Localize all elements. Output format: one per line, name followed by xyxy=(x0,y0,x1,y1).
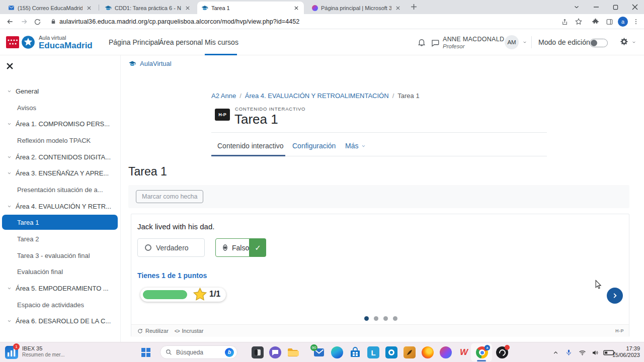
sidebar-item-avisos[interactable]: Avisos xyxy=(0,101,121,114)
forward-button[interactable] xyxy=(19,17,29,27)
extensions-puzzle-icon[interactable] xyxy=(590,17,600,27)
sidebar-section-area5[interactable]: Área 5. EMPODERAMIENTO ... xyxy=(0,282,121,295)
back-button[interactable] xyxy=(5,17,15,27)
next-slide-button[interactable] xyxy=(607,288,623,304)
taskbar-search[interactable]: Búsqueda b xyxy=(160,345,237,359)
sidebar-item-label: Tarea 3 - evaluación final xyxy=(17,252,90,259)
option-label: Verdadero xyxy=(156,244,189,252)
active-app-indicator xyxy=(477,360,486,361)
widget-title[interactable]: IBEX 35 xyxy=(22,345,42,351)
wps-office-icon[interactable]: W xyxy=(458,346,470,358)
microphone-icon[interactable] xyxy=(562,342,575,362)
address-bar[interactable]: aulavirtual36.educa.madrid.org/cp.parque… xyxy=(59,18,299,25)
reuse-icon xyxy=(137,328,143,334)
browser-tab-course[interactable]: CDD1: Tarea práctica 6 - Nivel A xyxy=(101,2,195,14)
tab-close-icon[interactable] xyxy=(184,5,191,12)
edge-icon[interactable] xyxy=(331,346,343,358)
sidebar-item-tarea1-active[interactable]: Tarea 1 xyxy=(2,215,118,230)
sidebar-section-general[interactable]: General xyxy=(0,84,121,98)
course-home-link[interactable]: AulaVirtual xyxy=(128,60,172,67)
embed-button[interactable]: <>Incrustar xyxy=(175,328,203,334)
tab-mas-label: Más xyxy=(345,142,358,150)
messages-chat-icon[interactable] xyxy=(431,38,440,47)
window-minimize-button[interactable] xyxy=(587,0,605,14)
mark-done-button[interactable]: Marcar como hecha xyxy=(136,190,203,203)
sidebar-item-label: Área 1. COMPROMISO PERS... xyxy=(16,120,110,128)
search-placeholder: Búsqueda xyxy=(176,349,221,356)
microsoft-365-icon[interactable] xyxy=(440,346,452,358)
obs-icon[interactable] xyxy=(496,346,508,358)
pagination-dot[interactable] xyxy=(383,316,388,321)
user-avatar[interactable]: AM xyxy=(505,35,519,49)
nav-area-personal[interactable]: Área personal xyxy=(159,38,203,46)
notifications-bell-icon[interactable] xyxy=(417,38,426,47)
pagination-dot[interactable] xyxy=(374,316,378,321)
sidebar-item-presentacion[interactable]: Presentación situación de a... xyxy=(0,183,121,196)
volume-icon[interactable] xyxy=(589,342,602,362)
window-close-button[interactable] xyxy=(626,0,644,14)
start-button[interactable] xyxy=(141,348,150,357)
tab-close-icon[interactable] xyxy=(293,5,300,12)
settings-chevron-icon[interactable] xyxy=(631,40,636,44)
sidebar-item-tarea2[interactable]: Tarea 2 xyxy=(0,232,121,245)
logo-text-top: Aula virtual xyxy=(39,35,66,41)
browser-menu-kebab-icon[interactable] xyxy=(631,17,641,27)
microsoft-store-icon[interactable] xyxy=(349,346,361,358)
user-menu-chevron-icon[interactable] xyxy=(522,40,527,44)
side-panel-icon[interactable] xyxy=(604,17,614,27)
nav-mis-cursos[interactable]: Mis cursos xyxy=(205,38,238,46)
wifi-icon[interactable] xyxy=(576,342,589,362)
sidebar-section-area1[interactable]: Área 1. COMPROMISO PERS... xyxy=(0,117,121,130)
firefox-icon[interactable] xyxy=(422,346,434,358)
dark-app-icon[interactable] xyxy=(252,346,264,358)
close-drawer-icon[interactable] xyxy=(7,63,13,69)
settings-gear-icon[interactable] xyxy=(619,37,629,47)
edit-mode-toggle[interactable] xyxy=(590,39,608,47)
chat-app-icon[interactable] xyxy=(269,346,281,358)
browser-tab-mail[interactable]: (155) Correo EducaMadrid :: Entr xyxy=(4,2,97,14)
sidebar-item-evaluacion-final[interactable]: Evaluación final xyxy=(0,265,121,278)
sidebar-item-reflexion-tpack[interactable]: Reflexión modelo TPACK xyxy=(0,134,121,147)
file-explorer-icon[interactable] xyxy=(287,346,299,358)
user-name[interactable]: ANNE MACDONALD xyxy=(443,36,504,43)
l-app-icon[interactable]: L xyxy=(367,346,379,358)
sidebar-section-area4[interactable]: Área 4. EVALUACIÓN Y RETR... xyxy=(0,200,121,213)
tab-mas[interactable]: Más xyxy=(345,142,366,150)
browser-tab-active[interactable]: Tarea 1 xyxy=(197,2,304,14)
tab-close-icon[interactable] xyxy=(394,5,401,12)
option-verdadero[interactable]: Verdadero xyxy=(137,238,205,257)
bookmark-star-icon[interactable] xyxy=(574,17,584,27)
sidebar-section-area2[interactable]: Área 2. CONTENIDOS DIGITA... xyxy=(0,150,121,163)
sidebar-item-espacio-actividades[interactable]: Espacio de actividades xyxy=(0,298,121,311)
tab-contenido-interactivo[interactable]: Contenido interactivo xyxy=(217,142,284,150)
share-icon[interactable] xyxy=(559,17,570,27)
breadcrumb-course-link[interactable]: A2 Anne xyxy=(211,92,236,100)
pagination-dot[interactable] xyxy=(393,316,397,321)
option-falso-selected[interactable]: Falso xyxy=(215,238,250,257)
mouse-cursor xyxy=(594,280,604,290)
tab-configuracion[interactable]: Configuración xyxy=(292,142,336,150)
sidebar-section-area6[interactable]: Área 6. DESAROLLO DE LA C... xyxy=(0,314,121,327)
tray-chevron-up-icon[interactable] xyxy=(549,342,561,362)
reload-button[interactable] xyxy=(32,17,42,27)
breadcrumb-section-link[interactable]: Área 4. EVALUACIÓN Y RETROALIMENTACIÓN xyxy=(245,92,389,100)
drawing-app-icon[interactable] xyxy=(404,346,416,358)
window-maximize-button[interactable] xyxy=(606,0,624,14)
tab-close-icon[interactable] xyxy=(86,5,93,12)
reuse-button[interactable]: Reutilizar xyxy=(137,328,169,334)
tab-search-chevron-icon[interactable] xyxy=(568,0,586,14)
browser-profile-avatar[interactable]: a xyxy=(618,17,628,27)
outlook-mail-icon[interactable]: 90 xyxy=(313,346,325,358)
system-clock[interactable]: 17:39 15/06/2023 xyxy=(610,345,640,358)
chrome-icon[interactable]: a xyxy=(476,346,488,358)
nav-pagina-principal[interactable]: Página Principal xyxy=(109,38,159,46)
sidebar-section-area3[interactable]: Área 3. ENSEÑAÑZA Y APRE... xyxy=(0,166,121,179)
sidebar-item-tarea3[interactable]: Tarea 3 - evaluación final xyxy=(0,249,121,262)
browser-tab-m365[interactable]: Página principal | Microsoft 365 xyxy=(308,2,406,14)
pagination-dot-active[interactable] xyxy=(364,316,369,321)
new-tab-button[interactable] xyxy=(411,4,417,10)
sidebar-item-label: Tarea 1 xyxy=(17,219,39,226)
lock-icon[interactable] xyxy=(50,18,56,25)
o-app-icon[interactable] xyxy=(385,346,397,358)
logo-text-brand[interactable]: EducaMadrid xyxy=(39,41,93,51)
